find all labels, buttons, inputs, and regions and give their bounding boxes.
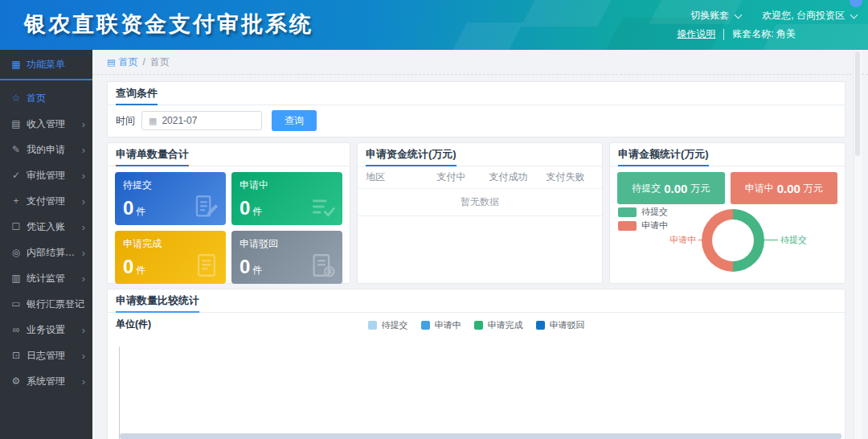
- header-deco-shape: [449, 23, 523, 50]
- month-picker-input[interactable]: [162, 115, 255, 126]
- card-completed[interactable]: 申请完成 0件: [115, 231, 226, 284]
- edit-box-icon: ⊡: [10, 350, 23, 361]
- vertical-scrollbar-track[interactable]: [854, 50, 862, 439]
- welcome-text: 欢迎您, 台商投资区: [762, 9, 845, 23]
- chevron-right-icon: ›: [82, 144, 85, 156]
- menu-header-label: 功能菜单: [27, 58, 65, 72]
- search-button[interactable]: 查询: [272, 110, 317, 131]
- card-icon: ▭: [10, 298, 23, 310]
- breadcrumb-separator: /: [142, 56, 145, 68]
- app-header: 银农直联资金支付审批系统 切换账套 欢迎您, 台商投资区 操作说明 账套名称: …: [0, 0, 868, 50]
- chevron-right-icon: ›: [82, 221, 85, 233]
- legend-item[interactable]: 申请驳回: [536, 319, 585, 331]
- bar-chart-icon: ▥: [10, 273, 23, 284]
- sidebar-item-income[interactable]: ▤ 收入管理 ›: [0, 111, 92, 137]
- legend-swatch: [618, 221, 637, 231]
- card-rejected[interactable]: 申请驳回 0件: [231, 231, 342, 284]
- sidebar-item-statistics[interactable]: ▥ 统计监管 ›: [0, 265, 92, 291]
- plus-icon: +: [10, 195, 23, 207]
- sidebar-item-my-applications[interactable]: ✎ 我的申请 ›: [0, 137, 92, 162]
- legend-item[interactable]: 申请中: [618, 220, 668, 232]
- sidebar-item-system[interactable]: ⚙ 系统管理 ›: [0, 368, 92, 394]
- operation-guide-link[interactable]: 操作说明: [677, 27, 715, 41]
- star-icon: ☆: [10, 92, 23, 104]
- chevron-right-icon: ›: [82, 247, 85, 259]
- amount-stats-title: 申请金额统计(万元): [610, 143, 845, 166]
- content-area: 查询条件 时间 ▦ 查询 申请单数量合计 待提交 0件: [92, 75, 868, 439]
- amount-cards: 待提交 0.00 万元 申请中 0.00 万元: [610, 166, 845, 204]
- check-icon: ✓: [10, 170, 23, 181]
- link-icon: ∞: [10, 324, 23, 335]
- horizontal-scrollbar[interactable]: [120, 433, 841, 439]
- funds-table-panel: 申请资金统计(万元) 地区 支付中 支付成功 支付失败 暂无数据: [357, 142, 603, 284]
- legend-item[interactable]: 申请中: [421, 319, 461, 331]
- comparison-chart-panel: 申请数量比较统计 单位(件) 待提交 申请中 申请完成: [107, 289, 845, 439]
- chevron-down-icon[interactable]: [735, 10, 743, 18]
- sidebar-item-log[interactable]: ⊡ 日志管理 ›: [0, 343, 92, 368]
- sidebar-item-voucher-entry[interactable]: ☐ 凭证入账 ›: [0, 214, 92, 240]
- summary-panel: 申请单数量合计 待提交 0件 申请中 0件: [107, 142, 350, 284]
- notification-badge[interactable]: [850, 0, 862, 7]
- query-panel-title: 查询条件: [108, 82, 845, 105]
- legend-swatch: [536, 321, 545, 330]
- funds-table-title: 申请资金统计(万元): [358, 143, 602, 166]
- chevron-down-icon[interactable]: [850, 10, 858, 18]
- chevron-right-icon: ›: [82, 195, 85, 207]
- column-header-paying: 支付中: [423, 170, 480, 184]
- donut-label-pending: 待提交: [764, 234, 807, 246]
- legend-item[interactable]: 待提交: [368, 319, 408, 331]
- sidebar-item-business-settings[interactable]: ∞ 业务设置 ›: [0, 317, 92, 343]
- sidebar-menu-header: ▦ 功能菜单: [0, 50, 92, 80]
- chevron-right-icon: ›: [82, 170, 85, 182]
- document-reject-icon: [309, 252, 337, 279]
- gear-icon: ⚙: [10, 375, 23, 387]
- chart-legend: 待提交 申请中 申请完成 申请驳回: [368, 319, 585, 331]
- amount-card-pending[interactable]: 待提交 0.00 万元: [617, 172, 725, 204]
- vertical-scrollbar-thumb[interactable]: [855, 51, 860, 156]
- amount-card-in-progress[interactable]: 申请中 0.00 万元: [731, 172, 838, 204]
- card-in-progress[interactable]: 申请中 0件: [231, 172, 342, 225]
- sidebar-item-bank-draft[interactable]: ▭ 银行汇票登记: [0, 291, 92, 317]
- sidebar: ▦ 功能菜单 ☆ 首页 ▤ 收入管理 › ✎ 我的申请 › ✓ 审批管理 › +…: [0, 50, 92, 439]
- switch-account-link[interactable]: 切换账套: [690, 9, 729, 23]
- sidebar-item-approval[interactable]: ✓ 审批管理 ›: [0, 162, 92, 188]
- donut-label-in-progress: 申请中: [669, 234, 712, 246]
- page-icon: ▤: [107, 57, 115, 68]
- y-axis-line: [119, 347, 120, 439]
- breadcrumb: ▤ 首页 / 首页: [92, 50, 868, 75]
- unit-label: 单位(件): [116, 318, 151, 330]
- header-user-bar: 切换账套 欢迎您, 台商投资区: [690, 9, 857, 23]
- edit-document-icon: [193, 193, 220, 220]
- divider: [723, 29, 724, 40]
- card-pending-submit[interactable]: 待提交 0件: [115, 172, 226, 225]
- legend-item[interactable]: 待提交: [618, 206, 668, 218]
- bar-chart-plot-area: [108, 347, 845, 439]
- chevron-right-icon: ›: [82, 350, 85, 362]
- chevron-right-icon: ›: [82, 324, 85, 336]
- chevron-right-icon: ›: [82, 273, 85, 285]
- sidebar-item-home[interactable]: ☆ 首页: [0, 85, 92, 111]
- legend-item[interactable]: 申请完成: [474, 319, 523, 331]
- legend-swatch: [421, 321, 430, 330]
- column-header-success: 支付成功: [480, 170, 537, 184]
- document-lines-icon: [193, 252, 220, 279]
- breadcrumb-home-link[interactable]: 首页: [118, 55, 137, 69]
- account-name-text: 账套名称: 角美: [732, 27, 796, 41]
- header-account-bar: 操作说明 账套名称: 角美: [677, 27, 796, 41]
- month-picker-field[interactable]: ▦: [141, 111, 262, 130]
- amount-stats-panel: 申请金额统计(万元) 待提交 0.00 万元 申请中 0.00 万元: [609, 142, 845, 284]
- app-title: 银农直联资金支付审批系统: [24, 10, 313, 39]
- sidebar-menu: ☆ 首页 ▤ 收入管理 › ✎ 我的申请 › ✓ 审批管理 › + 支付管理 ›…: [0, 80, 92, 394]
- table-header-row: 地区 支付中 支付成功 支付失败: [358, 166, 602, 189]
- column-header-failed: 支付失败: [537, 170, 594, 184]
- sidebar-item-internal-settlement[interactable]: ◎ 内部结算凭证 ›: [0, 240, 92, 265]
- target-icon: ◎: [10, 247, 23, 258]
- briefcase-icon: ☐: [10, 221, 23, 232]
- legend-swatch: [368, 321, 377, 330]
- sidebar-item-payment[interactable]: + 支付管理 ›: [0, 188, 92, 214]
- query-row: 时间 ▦ 查询: [108, 105, 845, 137]
- time-label: 时间: [116, 114, 135, 128]
- column-header-region: 地区: [366, 170, 423, 184]
- legend-swatch: [618, 207, 637, 217]
- header-deco-shape: [521, 0, 616, 27]
